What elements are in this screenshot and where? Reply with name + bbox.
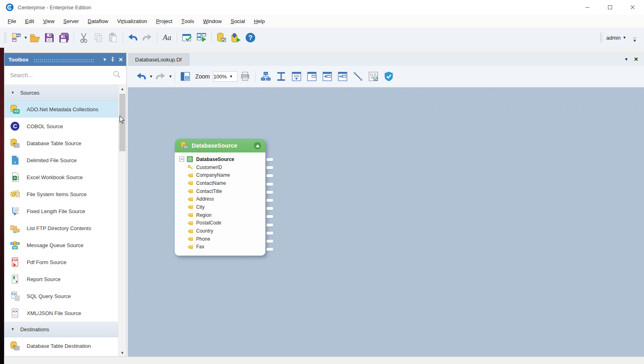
tab-close-icon[interactable]: ✕ [634,56,638,62]
chevron-down-icon[interactable]: ▼ [24,36,28,40]
node-field-region[interactable]: Region [179,211,263,219]
node-header[interactable]: DatabaseSource [175,139,265,152]
menu-view[interactable]: View [38,15,59,28]
print-icon[interactable] [239,70,251,83]
undo-icon[interactable] [135,70,147,83]
new-dataflow-icon[interactable] [10,32,22,44]
menu-file[interactable]: File [3,15,21,28]
copy-icon[interactable] [92,32,104,44]
node-field-fax[interactable]: Fax [179,243,263,251]
node-field-postalcode[interactable]: PostalCode [179,219,263,227]
output-port[interactable] [267,191,273,194]
menu-server[interactable]: Server [59,15,83,28]
menu-social[interactable]: Social [226,15,249,28]
menu-edit[interactable]: Edit [21,15,38,28]
node-field-country[interactable]: Country [179,227,263,235]
toolbox-close-icon[interactable]: ✕ [119,57,123,63]
output-port[interactable] [267,166,273,169]
output-port[interactable] [267,207,273,210]
toolbox-header[interactable]: Toolbox ▼ ✕ [4,53,126,66]
menu-dataflow[interactable]: Dataflow [83,15,113,28]
tab-list-dropdown-icon[interactable]: ▼ [624,57,628,61]
shield-check-icon[interactable] [383,70,395,83]
panel-double-arrow-icon[interactable] [337,70,349,83]
toolbar-overflow-button[interactable]: ─▼ [633,36,637,42]
list-expand-icon[interactable] [290,70,303,83]
output-port[interactable] [267,232,273,235]
toolbox-item-report-source[interactable]: Report Source [4,271,126,288]
toolbox-item-pdf-form-source[interactable]: PDFPdf Form Source [4,254,126,271]
output-port[interactable] [267,240,273,243]
toolbox-item-cobol-source[interactable]: CCOBOL Source [4,118,126,135]
menu-virtualization[interactable]: Virtualization [112,15,151,28]
menu-window[interactable]: Window [199,15,226,28]
scroll-down-icon[interactable]: ▼ [119,349,126,356]
chevron-down-icon[interactable]: ▼ [149,74,153,78]
toolbox-dropdown-icon[interactable]: ▼ [102,57,107,62]
panel-arrow-icon[interactable] [321,70,333,83]
menu-help[interactable]: Help [250,15,269,28]
node-root-row[interactable]: DatabaseSource [179,155,263,163]
undo-icon[interactable] [127,32,139,44]
toolbox-item-ado-net-metadata-collections[interactable]: <>ADO.Net Metadata Collections [4,101,126,118]
save-all-icon[interactable] [58,32,70,44]
node-field-city[interactable]: City [179,203,263,211]
toolbox-item-xml-json-file-source[interactable]: <>XML/JSON File Source [4,305,126,322]
database-run-icon[interactable] [230,32,242,44]
toolbox-section-destinations[interactable]: ▼Destinations [4,322,126,337]
toolbox-item-excel-workbook-source[interactable]: XExcel Workbook Source [4,169,126,186]
node-field-phone[interactable]: Phone [179,235,263,243]
output-port[interactable] [267,224,273,226]
cut-icon[interactable] [78,32,90,44]
vertical-align-icon[interactable] [275,70,287,83]
output-port[interactable] [267,174,273,177]
help-icon[interactable]: ? [244,32,256,44]
paste-icon[interactable] [107,32,119,44]
toolbox-item-fixed-length-file-source[interactable]: Fixed Length File Source [4,203,126,220]
output-port[interactable] [267,183,273,186]
preview-layout-icon[interactable] [179,70,191,83]
zoom-select[interactable]: 100%▼ [213,71,237,82]
toolbox-item-file-system-items-source[interactable]: File System Items Source [4,186,126,203]
toolbox-item-message-queue-source[interactable]: Message Queue Source [4,237,126,254]
toolbox-item-database-table-destination[interactable]: Database Table Destination [4,337,126,354]
tab-databaselookup[interactable]: DatabaseLookup.Df [128,53,189,66]
diagonal-link-icon[interactable] [352,70,364,83]
toolbox-section-sources[interactable]: ▼Sources [4,85,126,101]
binary-preview-icon[interactable]: 01 0110 [367,70,379,83]
node-field-address[interactable]: Address [179,195,263,203]
redo-icon[interactable] [141,32,153,44]
output-port[interactable] [267,215,273,218]
output-port[interactable] [267,248,273,251]
maximize-button[interactable] [599,0,621,15]
database-check-icon[interactable] [215,32,227,44]
toolbox-item-delimited-file-source[interactable]: ,Delimited File Source [4,152,126,169]
tree-collapse-icon[interactable] [179,157,184,162]
run-preview-icon[interactable] [195,32,208,44]
node-field-companyname[interactable]: CompanyName [179,171,263,179]
output-port[interactable] [267,158,273,161]
toolbox-pin-icon[interactable] [110,57,115,62]
scroll-up-icon[interactable]: ▲ [119,85,126,92]
toolbox-item-sql-query-source[interactable]: SQLSQL Query Source [4,288,126,305]
menu-project[interactable]: Project [152,15,177,28]
auto-layout-icon[interactable] [260,70,272,83]
node-collapse-button[interactable] [253,142,262,150]
close-button[interactable] [621,0,644,15]
menu-tools[interactable]: Tools [177,15,199,28]
search-input[interactable] [9,72,112,79]
toolbox-item-list-ftp-directory-contents[interactable]: List FTP Directory Contents [4,220,126,237]
verify-window-icon[interactable] [181,32,193,44]
output-port[interactable] [267,199,273,202]
font-icon[interactable]: Aa [161,32,173,44]
node-field-customerid[interactable]: CustomerID [179,163,263,171]
minimize-button[interactable] [576,0,599,15]
node-field-contactname[interactable]: ContactName [179,179,263,187]
database-source-node[interactable]: DatabaseSource DatabaseSourceCustomerIDC… [175,139,265,256]
node-field-contacttitle[interactable]: ContactTitle [179,187,263,195]
redo-icon[interactable] [155,70,167,83]
chevron-down-icon[interactable]: ▼ [169,74,172,78]
open-folder-icon[interactable] [29,32,41,44]
toolbar-grip[interactable] [4,32,6,43]
admin-user-menu[interactable]: admin ▼ [606,35,626,41]
